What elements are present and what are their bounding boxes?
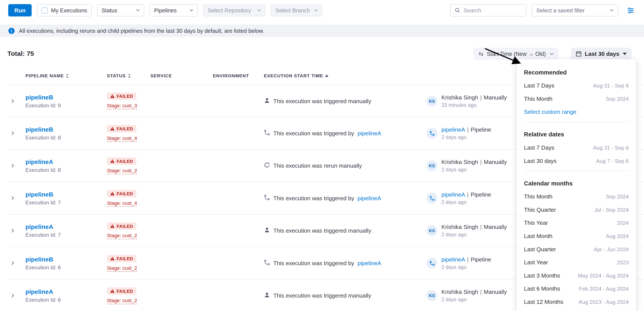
menu-item[interactable]: Last 12 Months Aug 2023 - Aug 2024 xyxy=(524,295,629,308)
menu-item[interactable]: Last 7 Days Aug 31 - Sep 6 xyxy=(524,141,629,154)
menu-item-label: Last 3 Months xyxy=(524,272,560,279)
stage-link[interactable]: Stage: cust_2 xyxy=(107,297,137,304)
sort-both-icon xyxy=(66,74,69,78)
stage-link[interactable]: Stage: cust_2 xyxy=(107,168,137,174)
menu-item-value: Aug 2024 xyxy=(606,233,629,239)
row-expander[interactable] xyxy=(8,228,26,232)
filter-settings-button[interactable] xyxy=(626,6,636,15)
menu-item[interactable]: Last Year 2023 xyxy=(524,256,629,269)
warning-icon xyxy=(110,191,115,196)
menu-item[interactable]: This Quarter Jul - Sep 2024 xyxy=(524,203,629,216)
execution-time: 2 days ago xyxy=(442,297,507,302)
by-separator: | xyxy=(480,224,482,230)
trigger-pipeline-link[interactable]: pipelineA xyxy=(358,260,381,266)
status-badge: FAILED xyxy=(107,92,136,100)
menu-item-value: May 2024 - Aug 2024 xyxy=(578,272,629,278)
by-separator: | xyxy=(480,159,482,165)
status-dropdown[interactable]: Status xyxy=(97,4,144,16)
sort-order-dropdown[interactable]: Start Time (New → Old) xyxy=(473,48,558,60)
avatar: KS xyxy=(427,290,437,301)
status-badge-label: FAILED xyxy=(117,126,133,131)
avatar-initials: KS xyxy=(429,163,435,168)
column-header[interactable]: STATUS xyxy=(107,73,150,78)
row-expander[interactable] xyxy=(8,131,26,135)
pipelines-dropdown[interactable]: Pipelines xyxy=(150,4,198,16)
row-expander[interactable] xyxy=(8,294,26,298)
run-button[interactable]: Run xyxy=(8,4,32,16)
pipeline-link[interactable]: pipelineB xyxy=(26,191,107,198)
avatar xyxy=(427,258,437,268)
trigger-text: This execution was triggered by xyxy=(273,130,354,136)
menu-item-label: This Year xyxy=(524,220,548,226)
chevron-right-icon xyxy=(12,294,14,298)
warning-icon xyxy=(110,159,115,163)
header-label: SERVICE xyxy=(150,73,172,78)
menu-item[interactable]: This Month Sep 2024 xyxy=(524,190,629,203)
column-header[interactable]: SERVICE xyxy=(150,73,213,78)
by-separator: | xyxy=(480,289,482,295)
my-executions-checkbox[interactable] xyxy=(42,7,48,13)
my-executions-filter[interactable]: My Executions xyxy=(37,4,92,16)
menu-section: Relative dates Last 7 Days Aug 31 - Sep … xyxy=(524,125,629,171)
repository-dropdown[interactable]: Select Repository xyxy=(203,4,266,16)
menu-section-title: Relative dates xyxy=(524,128,629,141)
by-separator: | xyxy=(467,256,468,262)
row-expander[interactable] xyxy=(8,196,26,200)
menu-item-value: Aug 7 - Sep 6 xyxy=(596,158,629,164)
stage-link[interactable]: Stage: cust_4 xyxy=(107,135,137,142)
pipeline-link[interactable]: pipelineB xyxy=(26,94,107,100)
row-expander[interactable] xyxy=(8,99,26,103)
avatar-initials: KS xyxy=(429,228,435,233)
trigger-pipeline-link[interactable]: pipelineA xyxy=(358,195,381,201)
pipeline-link[interactable]: pipelineB xyxy=(26,126,107,133)
menu-item[interactable]: Last 30 days Aug 7 - Sep 6 xyxy=(524,154,629,168)
search-input[interactable] xyxy=(464,7,522,13)
menu-item[interactable]: Last 3 Months May 2024 - Aug 2024 xyxy=(524,269,629,282)
menu-item[interactable]: Last 7 Days Aug 31 - Sep 6 xyxy=(524,79,629,92)
execution-id: Execution Id: 7 xyxy=(26,199,107,206)
execution-time: 2 days ago xyxy=(442,167,507,172)
triggered-by-name: Krishika Singh xyxy=(442,159,478,165)
stage-link[interactable]: Stage: cust_4 xyxy=(107,200,137,206)
stage-link[interactable]: Stage: cust_2 xyxy=(107,265,137,272)
column-header[interactable]: PIPELINE NAME xyxy=(26,73,107,78)
stage-link[interactable]: Stage: cust_2 xyxy=(107,232,137,239)
menu-item[interactable]: This Year 2024 xyxy=(524,216,629,230)
menu-item-label: Last 6 Months xyxy=(524,285,560,292)
menu-item[interactable]: This Month Sep 2024 xyxy=(524,92,629,105)
pipeline-link[interactable]: pipelineA xyxy=(26,288,107,295)
pipeline-link[interactable]: pipelineB xyxy=(26,256,107,262)
search-field[interactable] xyxy=(450,4,526,16)
trigger-text: This execution was triggered by xyxy=(273,195,354,201)
my-executions-label: My Executions xyxy=(51,7,87,13)
branch-dropdown[interactable]: Select Branch xyxy=(271,4,322,16)
menu-section-title: Recommended xyxy=(524,66,629,79)
menu-item[interactable]: Last 6 Months Feb 2024 - Aug 2024 xyxy=(524,282,629,295)
column-header[interactable]: ENVIRONMENT xyxy=(213,73,264,78)
menu-item[interactable]: Select custom range xyxy=(524,105,629,118)
date-range-label: Last 30 days xyxy=(585,50,619,57)
menu-item[interactable]: Last Quarter Apr - Jun 2024 xyxy=(524,242,629,256)
stage-link[interactable]: Stage: cust_3 xyxy=(107,103,137,109)
info-banner: All executions, including reruns and chi… xyxy=(0,25,644,37)
trigger-pipeline-icon xyxy=(264,194,270,202)
trigger-pipeline-link[interactable]: pipelineA xyxy=(358,130,381,136)
pipeline-link[interactable]: pipelineA xyxy=(26,158,107,165)
date-range-button[interactable]: Last 30 days xyxy=(571,48,632,60)
menu-item-label: This Month xyxy=(524,95,552,102)
row-expander[interactable] xyxy=(8,164,26,168)
execution-id: Execution Id: 9 xyxy=(26,102,107,108)
sliders-icon xyxy=(627,7,634,13)
execution-id: Execution Id: 8 xyxy=(26,134,107,140)
menu-item-value: 2024 xyxy=(617,220,629,226)
menu-item-label: Last Year xyxy=(524,259,548,266)
saved-filter-dropdown[interactable]: Select a saved filter xyxy=(532,4,618,16)
search-icon xyxy=(454,8,460,13)
execution-id: Execution Id: 6 xyxy=(26,297,107,303)
pipeline-link[interactable]: pipelineA xyxy=(26,223,107,230)
calendar-icon xyxy=(576,51,582,57)
column-header[interactable]: EXECUTION START TIME xyxy=(264,73,427,78)
menu-item[interactable]: Last Month Aug 2024 xyxy=(524,229,629,242)
status-badge-label: FAILED xyxy=(117,158,133,164)
row-expander[interactable] xyxy=(8,261,26,265)
